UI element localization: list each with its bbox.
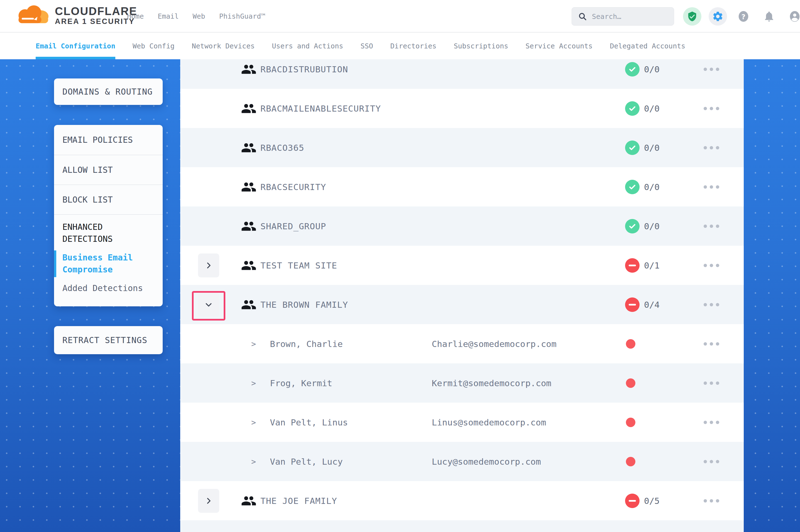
group-row: SHARED_GROUP0/0 <box>180 207 744 246</box>
group-name[interactable]: RBACSECURITY <box>260 182 326 192</box>
group-row: RBACDISTRUBUTION0/0 <box>180 59 744 89</box>
group-name[interactable]: RBACDISTRUBUTION <box>260 64 348 74</box>
group-icon <box>241 218 257 234</box>
member-chevron-icon[interactable]: > <box>251 457 256 466</box>
sidebar-item-domains-routing[interactable]: DOMAINS & ROUTING <box>54 78 163 105</box>
primary-nav-item-home[interactable]: Home <box>127 12 144 20</box>
sidebar-item-added-detections[interactable]: Added Detections <box>62 282 146 294</box>
member-row: >Van Pelt, LinusLinus@somedemocorp.com <box>180 403 744 442</box>
group-name[interactable]: THE BROWN FAMILY <box>260 300 348 310</box>
cloudflare-brand[interactable]: CLOUDFLARE AREA 1 SECURITY <box>15 3 137 27</box>
group-row: THE JOE FAMILY0/5 <box>180 481 744 520</box>
search-icon <box>578 12 587 21</box>
group-name[interactable]: TEST TEAM SITE <box>260 261 337 270</box>
member-chevron-icon[interactable]: > <box>251 378 256 387</box>
active-item-accent-bar <box>54 250 56 277</box>
row-menu-button[interactable] <box>703 458 720 466</box>
sidebar-item-allow-list[interactable]: ALLOW LIST <box>54 155 163 185</box>
member-count: 0/0 <box>644 182 660 192</box>
tab-network-devices[interactable]: Network Devices <box>192 33 255 59</box>
primary-nav-item-email[interactable]: Email <box>158 12 179 20</box>
tab-sso[interactable]: SSO <box>361 33 373 59</box>
sidebar-item-email-policies[interactable]: EMAIL POLICIES <box>54 125 163 155</box>
status-pass-badge <box>625 140 639 155</box>
alert-status-dot <box>626 457 635 466</box>
enhanced-detections-section: ENHANCED DETECTIONS Business Email Compr… <box>54 214 163 294</box>
tab-service-accounts[interactable]: Service Accounts <box>526 33 593 59</box>
minus-glyph <box>629 265 636 266</box>
group-icon <box>241 258 257 273</box>
security-shield-icon[interactable] <box>683 7 702 25</box>
group-icon <box>241 61 257 77</box>
row-menu-button[interactable] <box>703 497 720 505</box>
member-name[interactable]: Van Pelt, Lucy <box>270 457 343 467</box>
user-avatar-icon[interactable] <box>785 7 800 25</box>
group-name[interactable]: RBACMAILENABLESECURITY <box>260 103 381 114</box>
member-row: >Van Pelt, LucyLucy@somedemocorp.com <box>180 442 744 481</box>
primary-nav-item-web[interactable]: Web <box>193 12 205 20</box>
member-email: Charlie@somedemocorp.com <box>432 339 557 349</box>
row-menu-button[interactable] <box>703 379 720 387</box>
directory-panel: RBACDISTRUBUTION0/0RBACMAILENABLESECURIT… <box>180 59 744 532</box>
svg-text:?: ? <box>742 13 745 21</box>
group-name[interactable]: RBACO365 <box>260 143 304 153</box>
collapse-group-button[interactable] <box>198 293 219 317</box>
status-pass-badge <box>625 180 639 194</box>
member-name[interactable]: Van Pelt, Linus <box>270 417 348 428</box>
group-icon <box>241 101 257 116</box>
minus-glyph <box>629 500 636 502</box>
member-email: Kermit@somedemocorp.com <box>432 378 551 388</box>
member-row: >Brown, CharlieCharlie@somedemocorp.com <box>180 324 744 363</box>
member-name[interactable]: Brown, Charlie <box>270 339 343 349</box>
group-name[interactable]: THE JOE FAMILY <box>260 496 337 506</box>
group-row: RBACMAILENABLESECURITY0/0 <box>180 89 744 128</box>
tab-email-configuration[interactable]: Email Configuration <box>36 33 115 59</box>
member-chevron-icon[interactable]: > <box>251 418 256 427</box>
member-name[interactable]: Frog, Kermit <box>270 378 332 388</box>
member-count: 0/0 <box>644 221 660 231</box>
tab-subscriptions[interactable]: Subscriptions <box>454 33 508 59</box>
expand-group-button[interactable] <box>198 489 219 513</box>
member-count: 0/1 <box>644 261 660 270</box>
expand-group-button[interactable] <box>198 253 219 278</box>
member-email: Linus@somedemocorp.com <box>432 417 546 428</box>
tab-web-config[interactable]: Web Config <box>132 33 175 59</box>
tab-directories[interactable]: Directories <box>390 33 436 59</box>
row-menu-button[interactable] <box>703 418 720 426</box>
group-icon <box>241 297 257 312</box>
tab-delegated-accounts[interactable]: Delegated Accounts <box>610 33 685 59</box>
primary-nav: HomeEmailWebPhishGuard™ <box>127 0 265 33</box>
status-pass-badge <box>625 219 639 233</box>
status-pass-badge <box>625 101 639 116</box>
row-menu-button[interactable] <box>703 183 720 191</box>
notifications-bell-icon[interactable] <box>760 7 778 25</box>
group-row: TEST TEAM SITE0/1 <box>180 246 744 285</box>
help-icon[interactable]: ? <box>734 7 753 25</box>
member-chevron-icon[interactable]: > <box>251 339 256 348</box>
sidebar-policies-card: EMAIL POLICIESALLOW LISTBLOCK LIST ENHAN… <box>54 125 163 306</box>
brand-line1: CLOUDFLARE <box>55 5 137 17</box>
primary-nav-item-phishguard[interactable]: PhishGuard™ <box>219 12 266 20</box>
sidebar-item-business-email-compromise[interactable]: Business Email Compromise <box>62 251 146 276</box>
row-menu-button[interactable] <box>703 301 720 308</box>
row-menu-button[interactable] <box>703 65 720 73</box>
group-row: THE BROWN FAMILY0/4 <box>180 285 744 324</box>
sidebar-item-label: DOMAINS & ROUTING <box>62 87 153 97</box>
group-name[interactable]: SHARED_GROUP <box>260 221 326 231</box>
sidebar-item-block-list[interactable]: BLOCK LIST <box>54 185 163 214</box>
settings-gear-icon[interactable] <box>709 7 727 25</box>
row-menu-button[interactable] <box>703 104 720 112</box>
search-input[interactable]: Search… <box>571 7 674 25</box>
tab-users-and-actions[interactable]: Users and Actions <box>272 33 343 59</box>
alert-status-dot <box>626 339 635 349</box>
row-menu-button[interactable] <box>703 144 720 152</box>
group-row: RBACO3650/0 <box>180 128 744 167</box>
row-menu-button[interactable] <box>703 222 720 230</box>
row-menu-button[interactable] <box>703 340 720 348</box>
row-menu-button[interactable] <box>703 262 720 269</box>
sidebar-item-retract-settings[interactable]: RETRACT SETTINGS <box>54 326 163 354</box>
status-fail-badge <box>625 298 639 312</box>
header-status-icons: ? <box>683 0 800 33</box>
settings-subnav: Email ConfigurationWeb ConfigNetwork Dev… <box>0 33 800 59</box>
minus-glyph <box>629 304 636 305</box>
